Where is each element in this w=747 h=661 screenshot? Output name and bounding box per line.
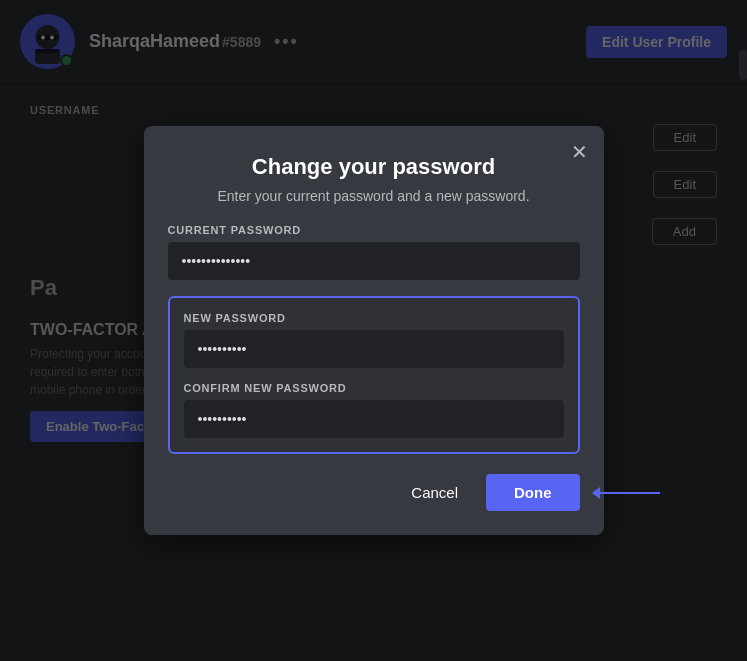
cancel-button[interactable]: Cancel: [399, 476, 470, 509]
done-button-arrow: [592, 487, 660, 499]
modal-actions: Cancel Done: [168, 474, 580, 511]
arrow-line: [600, 492, 660, 494]
change-password-modal: ✕ Change your password Enter your curren…: [144, 126, 604, 535]
current-password-section: CURRENT PASSWORD: [168, 224, 580, 280]
new-password-section: NEW PASSWORD: [184, 312, 564, 368]
new-password-label: NEW PASSWORD: [184, 312, 564, 324]
done-button[interactable]: Done: [486, 474, 580, 511]
new-password-input[interactable]: [184, 330, 564, 368]
modal-subtitle: Enter your current password and a new pa…: [168, 188, 580, 204]
arrow-head: [592, 487, 600, 499]
confirm-password-section: CONFIRM NEW PASSWORD: [184, 382, 564, 438]
current-password-input[interactable]: [168, 242, 580, 280]
current-password-label: CURRENT PASSWORD: [168, 224, 580, 236]
confirm-password-input[interactable]: [184, 400, 564, 438]
confirm-password-label: CONFIRM NEW PASSWORD: [184, 382, 564, 394]
modal-close-button[interactable]: ✕: [571, 142, 588, 162]
modal-title: Change your password: [168, 154, 580, 180]
modal-overlay[interactable]: ✕ Change your password Enter your curren…: [0, 0, 747, 661]
new-password-group: NEW PASSWORD CONFIRM NEW PASSWORD: [168, 296, 580, 454]
